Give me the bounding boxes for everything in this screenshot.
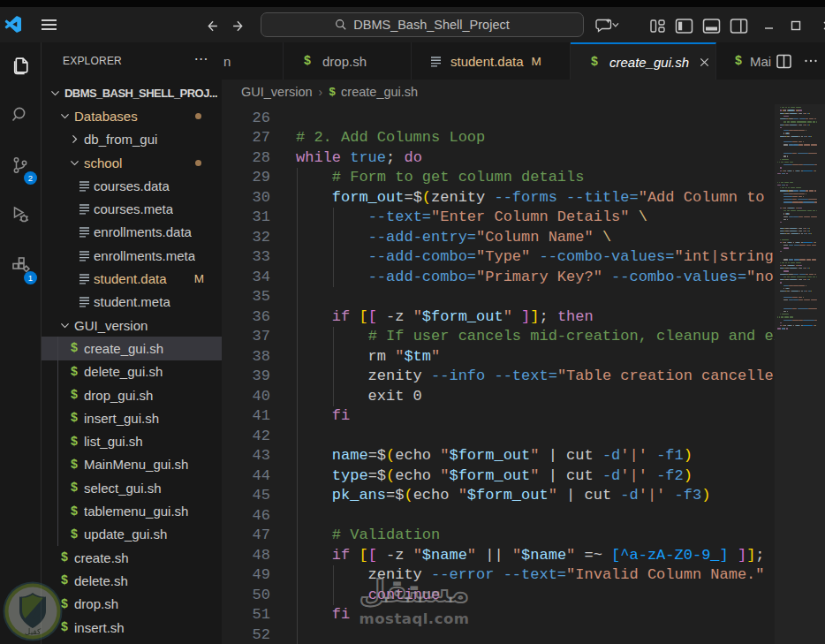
activity-extensions-icon[interactable]: 1 xyxy=(0,244,41,286)
minimap-line xyxy=(809,113,810,114)
minimap-line xyxy=(803,141,804,142)
minimap-line xyxy=(784,277,786,277)
tree-item-label: courses.meta xyxy=(94,201,173,216)
breadcrumbs: GUI_version › $ create_gui.sh xyxy=(222,80,825,104)
minimap-line xyxy=(812,245,816,246)
tab-n[interactable]: n xyxy=(222,42,284,80)
minimap-line xyxy=(804,113,806,114)
tab-close-icon[interactable] xyxy=(698,54,711,70)
tree-file-courses.meta[interactable]: courses.meta xyxy=(42,198,222,221)
tree-file-courses.data[interactable]: courses.data xyxy=(42,174,222,197)
tree-file-create_gui.sh[interactable]: $create_gui.sh xyxy=(42,337,222,360)
tree-folder-school[interactable]: school xyxy=(42,151,222,174)
minimap-line xyxy=(811,144,817,145)
minimap-line xyxy=(809,279,810,280)
line-number: 27 xyxy=(222,128,270,148)
minimap-line xyxy=(783,155,786,156)
minimap-line xyxy=(780,265,782,266)
editor-group: n$drop.sh student.dataM$create_gui.sh $M… xyxy=(222,42,825,644)
line-number: 43 xyxy=(222,446,270,466)
tab-drop.sh[interactable]: $drop.sh xyxy=(284,42,412,80)
code-line-38: 38 rm "$tm" xyxy=(222,347,775,367)
minimap-line xyxy=(809,190,814,191)
minimap-line xyxy=(804,299,810,300)
minimap-line xyxy=(799,268,802,269)
line-number: 52 xyxy=(222,625,270,644)
tree-file-create.sh[interactable]: $create.sh xyxy=(42,546,222,569)
activity-run-and-debug-icon[interactable] xyxy=(0,193,41,236)
tree-folder-db_from_gui[interactable]: db_from_gui xyxy=(42,128,222,151)
tree-file-update_gui.sh[interactable]: $update_gui.sh xyxy=(42,523,222,546)
minimap-line xyxy=(789,245,794,246)
toggle-panel-icon[interactable] xyxy=(701,16,721,35)
command-center-search[interactable]: DBMS_Bash_Shell_Project xyxy=(261,12,584,37)
tree-folder-databases[interactable]: Databases xyxy=(42,104,222,127)
activity-search-icon[interactable] xyxy=(0,94,41,136)
activity-source-control-icon[interactable]: 2 xyxy=(0,144,41,186)
minimap-line xyxy=(791,107,795,108)
more-actions-icon[interactable] xyxy=(802,51,821,71)
minimap[interactable] xyxy=(775,104,825,644)
tree-file-enrollments.data[interactable]: enrollments.data xyxy=(42,221,222,244)
tree-file-select_gui.sh[interactable]: $select_gui.sh xyxy=(42,476,222,499)
chat-button[interactable] xyxy=(594,16,624,35)
window-minimize-button[interactable] xyxy=(760,16,779,35)
tree-item-label: insert.sh xyxy=(74,620,125,635)
tree-file-insert_gui.sh[interactable]: $insert_gui.sh xyxy=(42,406,222,429)
minimap-line xyxy=(799,190,806,191)
code-editor[interactable]: 2627# 2. Add Columns Loop28while true; d… xyxy=(222,104,775,644)
minimap-line xyxy=(786,173,788,174)
tree-file-drop.sh[interactable]: $drop.sh xyxy=(42,593,222,616)
toggle-secondary-sidebar-icon[interactable] xyxy=(729,16,748,35)
tree-file-delete_gui.sh[interactable]: $delete_gui.sh xyxy=(42,360,222,383)
breadcrumb-file[interactable]: create_gui.sh xyxy=(341,85,418,99)
minimap-line xyxy=(785,113,788,114)
shell-file-icon: $ xyxy=(61,573,68,587)
tab-create_gui.sh[interactable]: $create_gui.sh xyxy=(571,42,716,80)
data-file-icon xyxy=(79,180,90,192)
explorer-sidebar: EXPLORER ⋯ DBMS_BASH_SHELL_PROJ...Databa… xyxy=(42,42,222,644)
shell-file-icon: $ xyxy=(71,388,78,402)
minimap-line xyxy=(806,233,808,234)
tree-file-student.meta[interactable]: student.meta xyxy=(42,291,222,314)
menu-hamburger-icon[interactable] xyxy=(39,14,60,35)
minimap-line xyxy=(785,125,788,125)
tree-file-list_gui.sh[interactable]: $list_gui.sh xyxy=(42,430,222,453)
nav-forward-button[interactable] xyxy=(229,16,248,35)
activity-explorer-icon[interactable] xyxy=(0,44,41,87)
minimap-line xyxy=(799,228,802,229)
split-editor-icon[interactable] xyxy=(775,51,794,71)
minimap-line xyxy=(806,130,806,131)
minimap-line xyxy=(797,268,798,269)
tree-file-drop_gui.sh[interactable]: $drop_gui.sh xyxy=(42,383,222,406)
tree-file-tablemenu_gui.sh[interactable]: $tablemenu_gui.sh xyxy=(42,499,222,522)
tree-file-student.data[interactable]: student.dataM xyxy=(42,267,222,290)
window-maximize-button[interactable] xyxy=(786,16,806,35)
code-line-47: 47 # Validation xyxy=(222,526,775,546)
minimap-line xyxy=(780,325,782,326)
minimap-line xyxy=(783,219,786,220)
minimap-line xyxy=(801,242,803,243)
line-number: 44 xyxy=(222,466,270,487)
tree-file-enrollments.meta[interactable]: enrollments.meta xyxy=(42,244,222,267)
activity-badge: 2 xyxy=(24,171,37,185)
toggle-primary-sidebar-icon[interactable] xyxy=(674,16,693,35)
tree-item-label: DBMS_BASH_SHELL_PROJ... xyxy=(64,87,217,100)
minimap-line xyxy=(783,216,788,217)
tree-file-delete.sh[interactable]: $delete.sh xyxy=(42,569,222,592)
minimap-line xyxy=(804,279,806,280)
tree-folder-gui_version[interactable]: GUI_version xyxy=(42,314,222,337)
minimap-line xyxy=(803,170,813,171)
customize-layout-icon[interactable] xyxy=(647,16,667,35)
editor-actions xyxy=(775,42,825,80)
tab-student.data[interactable]: student.dataM xyxy=(412,42,571,80)
window-close-button[interactable] xyxy=(818,16,825,35)
nav-back-button[interactable] xyxy=(201,16,221,35)
minimap-line xyxy=(806,136,808,137)
breadcrumb-folder[interactable]: GUI_version xyxy=(241,85,313,99)
sidebar-more-actions-icon[interactable]: ⋯ xyxy=(190,47,213,70)
tree-file-mainmenu_gui.sh[interactable]: $MainMenu_gui.sh xyxy=(42,453,222,476)
tree-folder-dbms_bash_shell_proj...[interactable]: DBMS_BASH_SHELL_PROJ... xyxy=(42,81,222,104)
chevron-right-icon xyxy=(67,133,81,147)
tree-file-insert.sh[interactable]: $insert.sh xyxy=(42,616,222,639)
